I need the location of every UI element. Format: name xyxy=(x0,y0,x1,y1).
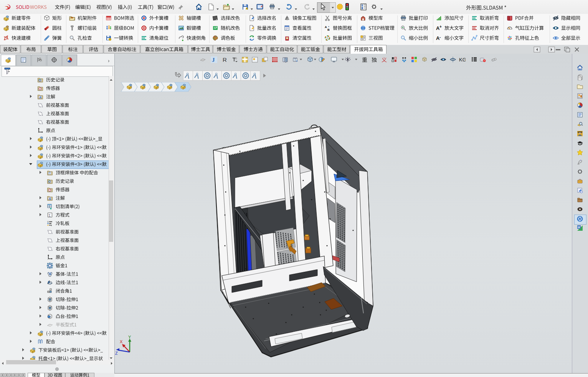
svg-text:-: - xyxy=(439,35,441,39)
svg-text:A: A xyxy=(325,25,327,29)
svg-text:Y: Y xyxy=(128,335,131,339)
svg-text:H: H xyxy=(578,225,580,229)
svg-text:X: X xyxy=(120,339,123,344)
svg-text:B: B xyxy=(327,28,330,31)
svg-text:Σ: Σ xyxy=(49,213,51,217)
svg-text:+: + xyxy=(439,25,442,29)
svg-text:Z: Z xyxy=(115,351,118,356)
svg-text:A: A xyxy=(49,197,51,200)
svg-text:A: A xyxy=(39,96,41,99)
